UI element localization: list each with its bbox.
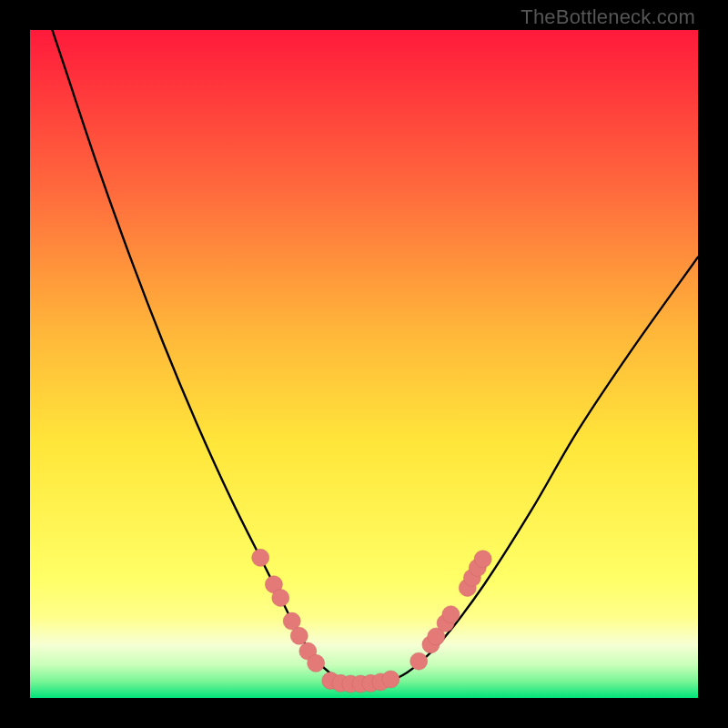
plot-area bbox=[30, 30, 698, 698]
gradient-background bbox=[30, 30, 698, 698]
marker-point bbox=[410, 652, 428, 670]
marker-point bbox=[290, 627, 308, 644]
marker-point bbox=[442, 606, 460, 623]
marker-point bbox=[382, 671, 399, 688]
marker-point bbox=[272, 589, 289, 606]
marker-point bbox=[252, 549, 269, 566]
plot-svg bbox=[30, 30, 698, 698]
marker-point bbox=[308, 654, 325, 672]
marker-point bbox=[474, 551, 491, 568]
chart-frame: TheBottleneck.com bbox=[0, 0, 728, 728]
watermark-text: TheBottleneck.com bbox=[521, 5, 695, 29]
